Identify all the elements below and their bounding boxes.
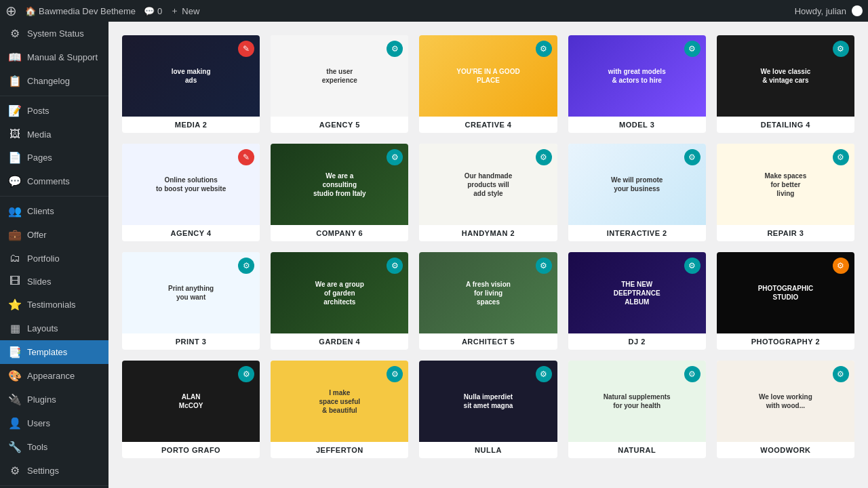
- menu-divider-1: [0, 96, 108, 96]
- app-body: ⚙ System Status 📖 Manual & Support 📋 Cha…: [0, 22, 868, 488]
- template-card-bottom3[interactable]: ⚙ Nulla imperdietsit amet magna NULLA: [419, 361, 557, 458]
- appearance-icon: 🎨: [8, 369, 22, 382]
- template-badge-bottom5: ⚙: [833, 366, 849, 382]
- template-badge-photography2: ⚙: [833, 258, 849, 274]
- sidebar-item-users[interactable]: 👤 Users: [0, 411, 108, 435]
- sidebar-label-clients: Clients: [27, 206, 54, 216]
- template-card-bottom2[interactable]: ⚙ I makespace useful& beautiful JEFFERTO…: [271, 361, 408, 458]
- template-badge-detailing4: ⚙: [833, 41, 849, 57]
- wp-logo-icon[interactable]: ⊕: [5, 3, 17, 19]
- template-thumb-bottom1: ⚙ ALANMcCOY: [122, 361, 260, 442]
- sidebar-label-offer: Offer: [27, 230, 47, 240]
- sidebar-item-comments[interactable]: 💬 Comments: [0, 169, 108, 193]
- sidebar-item-slides[interactable]: 🎞 Slides: [0, 270, 108, 293]
- template-card-bottom4[interactable]: ⚙ Natural supplementsfor your health NAT…: [568, 361, 706, 458]
- template-name-dj2: DJ 2: [568, 333, 706, 350]
- sidebar-label-layouts: Layouts: [27, 323, 58, 333]
- adminbar-comments-link[interactable]: 💬 0: [144, 6, 162, 16]
- template-card-photography2[interactable]: ⚙ PHOTOGRAPHICSTUDIO PHOTOGRAPHY 2: [717, 252, 854, 350]
- template-thumb-bottom5: ⚙ We love workingwith wood...: [717, 361, 854, 442]
- adminbar-site-link[interactable]: 🏠 Bawmedia Dev Betheme: [25, 6, 136, 16]
- thumb-text-print3: Print anythingyou want: [165, 281, 216, 304]
- adminbar-new-button[interactable]: ＋ New: [170, 5, 199, 17]
- template-card-dj2[interactable]: ⚙ THE NEWDEEPTRANCEALBUM DJ 2: [568, 252, 706, 350]
- template-badge-company6: ⚙: [387, 149, 403, 165]
- template-thumb-company6: ⚙ We are aconsultingstudio from Italy: [271, 144, 408, 225]
- thumb-text-model3: with great models& actors to hire: [606, 64, 669, 87]
- sidebar-item-clients[interactable]: 👥 Clients: [0, 199, 108, 223]
- sidebar-label-testimonials: Testimonials: [27, 300, 76, 310]
- template-name-photography2: PHOTOGRAPHY 2: [717, 333, 854, 350]
- sidebar-item-manual-support[interactable]: 📖 Manual & Support: [0, 45, 108, 69]
- sidebar-item-pages[interactable]: 📄 Pages: [0, 146, 108, 169]
- template-card-garden4[interactable]: ⚙ We are a groupof gardenarchitects GARD…: [271, 252, 408, 350]
- template-thumb-detailing4: ⚙ We love classic& vintage cars: [717, 35, 854, 117]
- template-badge-agency4: ✎: [238, 149, 254, 165]
- template-card-bottom1[interactable]: ⚙ ALANMcCOY PORTO GRAFO: [122, 361, 260, 458]
- template-thumb-media2: ✎ love makingads: [122, 35, 260, 117]
- template-card-media2[interactable]: ✎ love makingads MEDIA 2: [122, 35, 260, 133]
- template-name-media2: MEDIA 2: [122, 117, 260, 133]
- sidebar-item-offer[interactable]: 💼 Offer: [0, 223, 108, 247]
- sidebar-item-settings[interactable]: ⚙ Settings: [0, 459, 108, 483]
- adminbar-right: Howdy, julian: [795, 5, 863, 16]
- template-name-company6: COMPANY 6: [271, 225, 408, 241]
- thumb-text-photography2: PHOTOGRAPHICSTUDIO: [755, 281, 816, 304]
- user-avatar[interactable]: [852, 5, 863, 16]
- testimonials-icon: ⭐: [8, 298, 22, 311]
- comments-count: 0: [157, 6, 162, 16]
- adminbar-left: ⊕ 🏠 Bawmedia Dev Betheme 💬 0 ＋ New: [5, 3, 199, 19]
- template-badge-bottom3: ⚙: [536, 366, 552, 382]
- template-name-bottom1: PORTO GRAFO: [122, 442, 260, 458]
- sidebar-label-templates: Templates: [27, 347, 67, 357]
- thumb-text-architect5: A fresh visionfor livingspaces: [463, 277, 513, 309]
- sidebar-item-system-status[interactable]: ⚙ System Status: [0, 22, 108, 45]
- template-name-agency4: AGENCY 4: [122, 225, 260, 241]
- template-badge-interactive2: ⚙: [684, 149, 701, 165]
- template-badge-garden4: ⚙: [387, 258, 403, 274]
- sidebar-item-templates[interactable]: 📑 Templates: [0, 340, 108, 364]
- template-thumb-agency4: ✎ Online solutionsto boost your website: [122, 144, 260, 225]
- template-card-creative4[interactable]: ⚙ YOU'RE IN A GOODPLACE CREATIVE 4: [419, 35, 557, 133]
- thumb-text-interactive2: We will promoteyour business: [608, 173, 666, 196]
- template-card-company6[interactable]: ⚙ We are aconsultingstudio from Italy CO…: [271, 144, 408, 241]
- template-card-print3[interactable]: ⚙ Print anythingyou want PRINT 3: [122, 252, 260, 350]
- thumb-text-media2: love makingads: [169, 64, 214, 87]
- template-card-architect5[interactable]: ⚙ A fresh visionfor livingspaces ARCHITE…: [419, 252, 557, 350]
- sidebar-item-plugins[interactable]: 🔌 Plugins: [0, 388, 108, 411]
- template-badge-creative4: ⚙: [536, 41, 552, 57]
- template-name-interactive2: INTERACTIVE 2: [568, 225, 706, 241]
- template-name-detailing4: DETAILING 4: [717, 117, 854, 133]
- template-badge-bottom4: ⚙: [684, 366, 701, 382]
- template-card-interactive2[interactable]: ⚙ We will promoteyour business INTERACTI…: [568, 144, 706, 241]
- template-card-handyman2[interactable]: ⚙ Our handmadeproducts willadd style HAN…: [419, 144, 557, 241]
- sidebar-item-tools[interactable]: 🔧 Tools: [0, 435, 108, 459]
- sidebar-item-media[interactable]: 🖼 Media: [0, 123, 108, 146]
- template-name-agency5: AGENCY 5: [271, 117, 408, 133]
- sidebar-item-appearance[interactable]: 🎨 Appearance: [0, 364, 108, 388]
- layouts-icon: ▦: [8, 322, 22, 335]
- sidebar-label-media: Media: [27, 129, 51, 140]
- template-card-detailing4[interactable]: ⚙ We love classic& vintage cars DETAILIN…: [717, 35, 854, 133]
- template-card-agency5[interactable]: ⚙ the userexperience AGENCY 5: [271, 35, 408, 133]
- thumb-text-company6: We are aconsultingstudio from Italy: [311, 169, 369, 201]
- sidebar-item-changelog[interactable]: 📋 Changelog: [0, 69, 108, 93]
- comments-icon: 💬: [8, 175, 22, 188]
- howdy-text: Howdy, julian: [795, 6, 846, 16]
- sidebar-item-portfolio[interactable]: 🗂 Portfolio: [0, 247, 108, 270]
- template-thumb-architect5: ⚙ A fresh visionfor livingspaces: [419, 252, 557, 333]
- sidebar-item-posts[interactable]: 📝 Posts: [0, 99, 108, 123]
- sidebar-label-system-status: System Status: [27, 28, 84, 39]
- template-card-agency4[interactable]: ✎ Online solutionsto boost your website …: [122, 144, 260, 241]
- sidebar-item-testimonials[interactable]: ⭐ Testimonials: [0, 293, 108, 317]
- template-card-model3[interactable]: ⚙ with great models& actors to hire MODE…: [568, 35, 706, 133]
- template-badge-handyman2: ⚙: [536, 149, 552, 165]
- users-icon: 👤: [8, 417, 22, 430]
- template-card-repair3[interactable]: ⚙ Make spacesfor betterliving REPAIR 3: [717, 144, 854, 241]
- sidebar-label-manual-support: Manual & Support: [27, 52, 98, 62]
- template-card-bottom5[interactable]: ⚙ We love workingwith wood... WOODWORK: [717, 361, 854, 458]
- template-name-repair3: REPAIR 3: [717, 225, 854, 241]
- template-thumb-agency5: ⚙ the userexperience: [271, 35, 408, 117]
- sidebar-item-layouts[interactable]: ▦ Layouts: [0, 317, 108, 340]
- new-label: New: [182, 6, 199, 16]
